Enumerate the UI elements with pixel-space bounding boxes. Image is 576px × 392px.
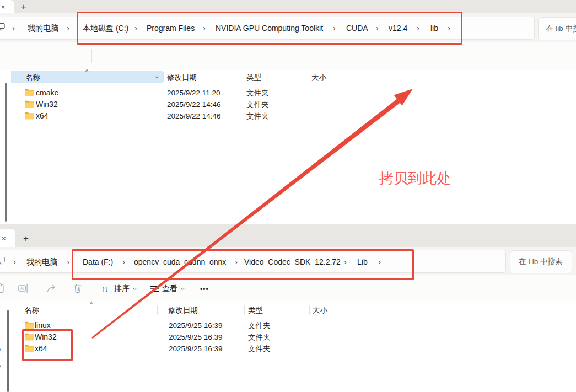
explorer-window-bottom: × + › 我的电脑 › Data (F:) › opencv_cuda_cud… <box>0 224 576 392</box>
file-date: 2025/9/22 11:20 <box>167 87 220 99</box>
sort-button[interactable]: 排序 <box>114 283 130 293</box>
tab-close-icon[interactable]: × <box>1 3 6 10</box>
toolbar-divider <box>93 282 93 296</box>
breadcrumb-my-computer[interactable]: 我的电脑 <box>26 257 57 267</box>
file-name[interactable]: x64 <box>35 343 47 355</box>
paste-icon[interactable] <box>0 283 4 293</box>
search-placeholder: 在 Lib 中搜索 <box>519 257 563 267</box>
breadcrumb-separator-icon: › <box>67 23 69 33</box>
search-placeholder: 在 lib 中搜索 <box>546 24 576 34</box>
breadcrumb-video-codec-sdk[interactable]: Video_Codec_SDK_12.2.72 <box>244 257 341 267</box>
column-header-name[interactable]: 名称 <box>24 305 39 315</box>
column-header-date[interactable]: 修改日期 <box>168 305 198 315</box>
file-list-area: › › ^ 名称 修改日期 类型 大小 linux 2025/9/25 16:3… <box>0 303 576 392</box>
new-tab-button[interactable]: + <box>21 2 26 12</box>
screenshot-root: × + › 我的电脑 › 本地磁盘 (C:) › Program Files ›… <box>0 0 576 392</box>
nav-pane-scrollbar[interactable] <box>5 83 7 222</box>
column-divider[interactable] <box>309 305 310 315</box>
file-row-win32[interactable]: Win32 2025/9/22 14:46 文件夹 <box>11 99 540 110</box>
rename-icon[interactable]: A <box>18 284 28 293</box>
file-row-x64[interactable]: x64 2025/9/22 14:46 文件夹 <box>11 110 540 122</box>
chevron-down-icon: › <box>132 288 138 290</box>
column-header-type[interactable]: 类型 <box>248 305 263 315</box>
breadcrumb-separator-icon: › <box>378 257 381 267</box>
breadcrumb-opencv-folder[interactable]: opencv_cuda_cudnn_onnx <box>134 257 226 267</box>
search-input[interactable]: 在 lib 中搜索 <box>538 17 576 40</box>
breadcrumb-separator-icon: › <box>134 23 137 33</box>
file-date: 2025/9/25 16:39 <box>169 331 223 343</box>
column-divider[interactable] <box>157 305 158 315</box>
file-name[interactable]: x64 <box>36 110 49 122</box>
active-tab[interactable]: × <box>0 0 14 13</box>
folder-icon <box>25 89 34 96</box>
file-name[interactable]: cmake <box>36 87 58 99</box>
breadcrumb-separator-icon: › <box>344 257 347 267</box>
column-header-date[interactable]: 修改日期 <box>167 73 197 83</box>
address-bar-row: › 我的电脑 › Data (F:) › opencv_cuda_cudnn_o… <box>0 247 576 276</box>
sort-icon[interactable]: ↑↓ <box>101 284 107 293</box>
column-header-size[interactable]: 大小 <box>311 73 326 83</box>
breadcrumb-program-files[interactable]: Program Files <box>147 23 195 33</box>
copy-here-annotation-label: 拷贝到此处 <box>379 169 451 188</box>
column-header-size[interactable]: 大小 <box>313 305 327 315</box>
tab-bar: × + <box>0 224 576 247</box>
view-button[interactable]: 查看 <box>162 283 177 293</box>
name-column-chevron-icon[interactable]: › <box>154 76 160 78</box>
view-icon[interactable] <box>150 286 159 292</box>
column-header-type[interactable]: 类型 <box>246 73 261 83</box>
tab-close-icon[interactable]: × <box>2 235 6 242</box>
breadcrumb-lib[interactable]: lib <box>430 23 438 33</box>
column-divider[interactable] <box>352 72 352 82</box>
file-name[interactable]: Win32 <box>36 99 58 110</box>
nav-pane-scrollbar[interactable] <box>7 310 9 392</box>
new-tab-button[interactable]: + <box>23 234 29 243</box>
breadcrumb-separator-icon: › <box>122 257 125 267</box>
search-input[interactable]: 在 Lib 中搜索 <box>510 250 572 273</box>
folder-icon <box>25 345 34 352</box>
column-divider[interactable] <box>244 305 245 315</box>
column-header-name[interactable]: 名称 <box>25 73 40 83</box>
nav-expand-chevron-icon[interactable]: › <box>0 345 1 353</box>
breadcrumb-my-computer[interactable]: 我的电脑 <box>28 23 58 33</box>
file-date: 2025/9/25 16:39 <box>169 320 223 331</box>
file-name[interactable]: linux <box>35 320 51 331</box>
column-divider[interactable] <box>163 72 164 82</box>
share-icon[interactable] <box>46 284 56 293</box>
breadcrumb-drive-f[interactable]: Data (F:) <box>83 257 113 267</box>
breadcrumb-cuda[interactable]: CUDA <box>346 23 368 33</box>
file-type: 文件夹 <box>246 110 269 122</box>
column-divider[interactable] <box>353 305 353 315</box>
breadcrumb-separator-icon: › <box>448 23 450 33</box>
file-row-x64[interactable]: x64 2025/9/25 16:39 文件夹 <box>11 343 540 355</box>
this-pc-icon <box>0 256 5 265</box>
svg-text:A: A <box>20 286 24 291</box>
file-type: 文件夹 <box>246 87 269 99</box>
file-row-cmake[interactable]: cmake 2025/9/22 11:20 文件夹 <box>11 87 540 99</box>
this-pc-icon <box>0 23 5 31</box>
folder-icon <box>25 321 34 329</box>
sort-ascending-caret-icon: ^ <box>85 69 88 75</box>
column-divider[interactable] <box>243 72 243 82</box>
file-name[interactable]: Win32 <box>35 331 57 343</box>
file-row-linux[interactable]: linux 2025/9/25 16:39 文件夹 <box>11 320 540 331</box>
breadcrumb-separator-icon: › <box>67 257 69 267</box>
breadcrumb-lib[interactable]: Lib <box>357 257 368 267</box>
breadcrumb-separator-icon: › <box>376 23 379 33</box>
breadcrumb-nvidia-toolkit[interactable]: NVIDIA GPU Computing Toolkit <box>216 23 323 33</box>
explorer-window-top: × + › 我的电脑 › 本地磁盘 (C:) › Program Files ›… <box>0 0 576 224</box>
toolbar-divider <box>91 49 92 63</box>
breadcrumb-separator-icon: › <box>203 23 206 33</box>
file-list-area: ^ 名称 › 修改日期 类型 大小 cmake 2025/9/22 11:20 … <box>0 70 576 224</box>
file-row-win32[interactable]: Win32 2025/9/25 16:39 文件夹 <box>11 331 540 343</box>
file-type: 文件夹 <box>248 343 271 355</box>
more-options-button[interactable]: ••• <box>200 286 209 293</box>
nav-expand-chevron-icon[interactable]: › <box>0 361 1 369</box>
breadcrumb-drive-c[interactable]: 本地磁盘 (C:) <box>83 23 128 33</box>
folder-icon <box>25 333 34 341</box>
folder-icon <box>25 100 34 108</box>
breadcrumb-v12-4[interactable]: v12.4 <box>389 23 407 33</box>
active-tab[interactable]: × <box>0 229 15 247</box>
column-divider[interactable] <box>308 72 308 82</box>
delete-icon[interactable] <box>73 283 82 293</box>
sort-ascending-caret-icon: ^ <box>90 302 93 308</box>
